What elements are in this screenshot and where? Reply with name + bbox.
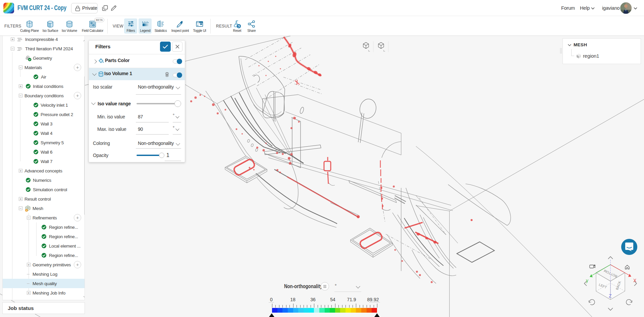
svg-text:y: y [586, 278, 588, 283]
svg-text:Z: Z [609, 293, 612, 299]
svg-text:X: X [633, 278, 637, 283]
svg-text:×: × [93, 24, 95, 27]
svg-text:!: ! [26, 209, 27, 212]
svg-text:+: + [91, 22, 92, 24]
